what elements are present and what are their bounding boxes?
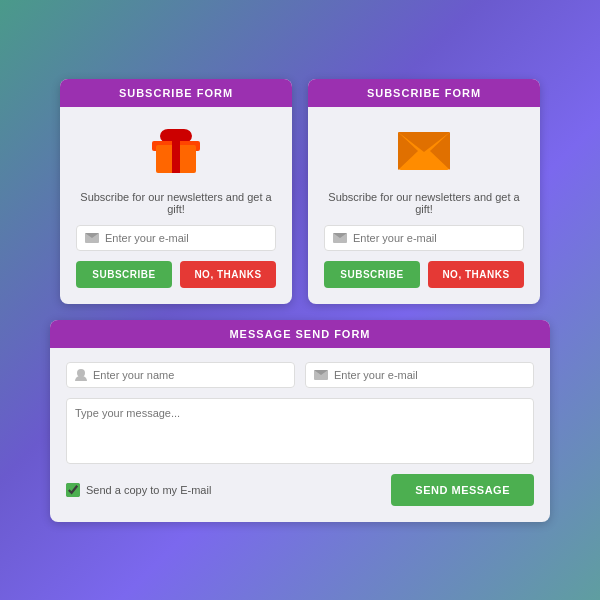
message-email-input[interactable] — [334, 369, 525, 381]
card-header-2: SUBSCRIBE FORM — [308, 79, 540, 107]
card-tagline-1: Subscribe for our newsletters and get a … — [76, 191, 276, 215]
name-email-row — [66, 362, 534, 388]
nothanks-button-1[interactable]: NO, THANKS — [180, 261, 276, 288]
subscribe-button-2[interactable]: SUBSCRIBE — [324, 261, 420, 288]
card-body-2: Subscribe for our newsletters and get a … — [308, 107, 540, 304]
email-input-1[interactable] — [105, 232, 267, 244]
user-icon — [75, 369, 87, 381]
card-header-1: SUBSCRIBE FORM — [60, 79, 292, 107]
send-message-button[interactable]: SEND MESSAGE — [391, 474, 534, 506]
copy-checkbox[interactable] — [66, 483, 80, 497]
btn-row-1: SUBSCRIBE NO, THANKS — [76, 261, 276, 288]
message-card-header: MESSAGE SEND FORM — [50, 320, 550, 348]
copy-checkbox-label[interactable]: Send a copy to my E-mail — [66, 483, 211, 497]
subscribe-card-envelope: SUBSCRIBE FORM Subscribe for our newslet… — [308, 79, 540, 304]
message-email-input-wrapper — [305, 362, 534, 388]
envelope-icon-area — [394, 121, 454, 181]
subscribe-card-gift: SUBSCRIBE FORM Subscribe for our newslet… — [60, 79, 292, 304]
gift-icon — [152, 129, 200, 173]
email-icon-3 — [314, 370, 328, 380]
email-input-wrapper-2 — [324, 225, 524, 251]
card-tagline-2: Subscribe for our newsletters and get a … — [324, 191, 524, 215]
name-input-wrapper — [66, 362, 295, 388]
email-input-2[interactable] — [353, 232, 515, 244]
email-icon-1 — [85, 233, 99, 243]
gift-icon-area — [146, 121, 206, 181]
email-icon-2 — [333, 233, 347, 243]
subscribe-button-1[interactable]: SUBSCRIBE — [76, 261, 172, 288]
card-body-1: Subscribe for our newsletters and get a … — [60, 107, 292, 304]
message-textarea[interactable] — [67, 399, 533, 459]
name-input[interactable] — [93, 369, 286, 381]
message-card-body: Send a copy to my E-mail SEND MESSAGE — [50, 348, 550, 522]
message-textarea-wrapper — [66, 398, 534, 464]
checkbox-label-text: Send a copy to my E-mail — [86, 484, 211, 496]
form-bottom-row: Send a copy to my E-mail SEND MESSAGE — [66, 474, 534, 506]
message-send-card: MESSAGE SEND FORM Send a copy to my E-ma… — [50, 320, 550, 522]
email-input-wrapper-1 — [76, 225, 276, 251]
btn-row-2: SUBSCRIBE NO, THANKS — [324, 261, 524, 288]
nothanks-button-2[interactable]: NO, THANKS — [428, 261, 524, 288]
top-cards-row: SUBSCRIBE FORM Subscribe for our newslet… — [60, 79, 540, 304]
envelope-icon — [398, 132, 450, 170]
